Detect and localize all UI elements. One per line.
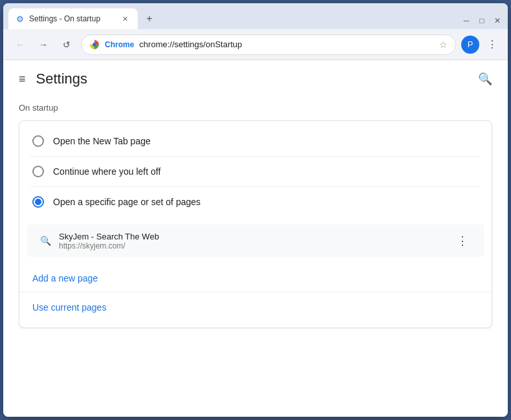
skyjem-page-name: SkyJem - Search The Web [59,232,446,241]
use-current-pages-link[interactable]: Use current pages [32,302,106,313]
back-button[interactable]: ← [11,36,29,54]
add-new-page-section: Add a new page [19,265,492,292]
on-startup-section-label: On startup [19,103,492,113]
forward-button[interactable]: → [34,36,52,54]
url-display: chrome://settings/onStartup [139,39,434,49]
option-continue-label: Continue where you left off [53,166,160,177]
tab-close-button[interactable]: ✕ [120,14,130,24]
skyjem-page-url: https://skyjem.com/ [59,241,446,250]
window-controls: ─ □ ✕ [461,16,503,25]
page-entry-skyjem: 🔍 SkyJem - Search The Web https://skyjem… [27,225,484,257]
settings-page-title: Settings [36,71,88,87]
close-button[interactable]: ✕ [492,16,503,25]
option-open-specific[interactable]: Open a specific page or set of pages [19,187,492,217]
specific-pages-section: 🔍 SkyJem - Search The Web https://skyjem… [19,217,492,265]
tab-title: Settings - On startup [29,14,114,23]
options-card: Open the New Tab page Continue where you… [19,120,492,328]
browser-window: ⚙ Settings - On startup ✕ + ─ □ ✕ ← → ↺ [3,3,508,417]
skyjem-search-icon: 🔍 [40,236,51,246]
option-continue-where-left[interactable]: Continue where you left off [19,157,492,186]
radio-open-new-tab[interactable] [32,135,44,147]
settings-title-area: ≡ Settings [19,71,87,87]
toolbar: ← → ↺ Chrome chrome://settings/onStartup… [3,29,508,60]
address-bar[interactable]: Chrome chrome://settings/onStartup ☆ [81,34,456,55]
maximize-button[interactable]: □ [477,16,487,25]
option-open-new-tab[interactable]: Open the New Tab page [19,126,492,156]
hamburger-menu-button[interactable]: ≡ [19,72,26,86]
reload-button[interactable]: ↺ [58,36,76,54]
svg-point-2 [93,43,96,46]
add-new-page-link[interactable]: Add a new page [32,273,98,283]
radio-selected-indicator [35,199,41,205]
page-content: ≡ Settings 🔍 PC On startup Open the New … [3,60,508,417]
bookmark-star-icon[interactable]: ☆ [439,39,448,50]
radio-open-specific[interactable] [32,196,44,208]
tab-favicon: ⚙ [16,14,24,24]
profile-button[interactable]: P [461,36,479,54]
option-open-new-tab-label: Open the New Tab page [53,136,151,146]
tab-area: ⚙ Settings - On startup ✕ + [8,8,461,29]
settings-body: PC On startup Open the New Tab page Cont… [3,98,508,333]
minimize-button[interactable]: ─ [461,16,472,25]
skyjem-page-info: SkyJem - Search The Web https://skyjem.c… [59,232,446,250]
skyjem-entry-menu-button[interactable]: ⋮ [454,231,471,250]
radio-continue-where-left[interactable] [32,166,44,177]
settings-header: ≡ Settings 🔍 [3,60,508,98]
new-tab-button[interactable]: + [140,10,158,28]
title-bar: ⚙ Settings - On startup ✕ + ─ □ ✕ [3,3,508,29]
settings-search-icon[interactable]: 🔍 [478,72,492,86]
active-tab[interactable]: ⚙ Settings - On startup ✕ [8,8,138,29]
chrome-logo-icon [89,39,100,50]
use-current-pages-section: Use current pages [19,293,492,322]
option-specific-label: Open a specific page or set of pages [53,197,201,207]
chrome-brand-label: Chrome [105,40,134,49]
chrome-menu-button[interactable]: ⋮ [484,36,500,53]
